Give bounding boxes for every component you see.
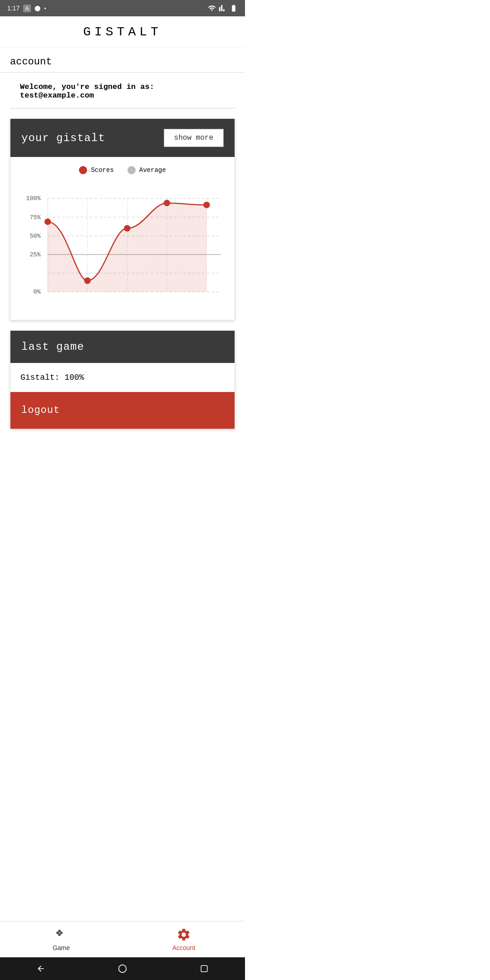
wifi-icon bbox=[208, 4, 216, 12]
last-game-header: last game bbox=[10, 331, 235, 363]
scores-dot bbox=[79, 166, 87, 174]
line-chart: 100% 75% 50% 25% 0% bbox=[15, 180, 230, 311]
show-more-button[interactable]: show more bbox=[164, 129, 224, 147]
data-point-4 bbox=[203, 201, 210, 208]
svg-text:100%: 100% bbox=[26, 195, 41, 202]
content: Welcome, you're signed in as: test@examp… bbox=[0, 73, 245, 429]
gistalt-card: your gistalt show more Scores Average bbox=[10, 118, 235, 320]
legend-scores: Scores bbox=[79, 166, 113, 174]
data-point-2 bbox=[124, 225, 130, 231]
svg-text:50%: 50% bbox=[30, 233, 41, 240]
chart-container: Scores Average bbox=[10, 157, 235, 320]
status-time: 1:17 bbox=[7, 5, 20, 12]
page-title: account bbox=[0, 48, 245, 73]
data-point-1 bbox=[84, 277, 91, 284]
user-email: test@example.com bbox=[20, 91, 94, 100]
svg-text:0%: 0% bbox=[34, 289, 41, 295]
svg-text:75%: 75% bbox=[30, 214, 41, 221]
last-game-score: Gistalt: 100% bbox=[10, 363, 235, 392]
last-game-card: last game Gistalt: 100% logout bbox=[10, 330, 235, 429]
logout-button[interactable]: logout bbox=[10, 392, 235, 429]
average-dot bbox=[127, 166, 136, 174]
welcome-prefix: Welcome, you're signed in as: bbox=[20, 83, 154, 91]
battery-icon bbox=[230, 4, 238, 12]
gistalt-card-header: your gistalt show more bbox=[10, 119, 235, 157]
svg-text:25%: 25% bbox=[30, 251, 41, 258]
status-icon-sd: ▪ bbox=[44, 5, 46, 11]
app-title: GISTALT bbox=[83, 25, 162, 39]
status-right bbox=[208, 4, 238, 12]
status-bar: 1:17 A ⬤ ▪ bbox=[0, 0, 245, 16]
data-point-0 bbox=[44, 219, 51, 225]
average-label: Average bbox=[139, 167, 166, 174]
signal-icon bbox=[219, 4, 227, 12]
last-game-title: last game bbox=[21, 341, 84, 353]
status-icon-a: A bbox=[23, 5, 31, 12]
legend-average: Average bbox=[127, 166, 166, 174]
status-icon-lastpass: ⬤ bbox=[34, 5, 40, 11]
app-bar: GISTALT bbox=[0, 16, 245, 48]
gistalt-card-title: your gistalt bbox=[21, 132, 105, 144]
chart-legend: Scores Average bbox=[15, 166, 230, 174]
data-point-3 bbox=[164, 200, 170, 206]
scores-label: Scores bbox=[91, 167, 113, 174]
status-left: 1:17 A ⬤ ▪ bbox=[7, 5, 46, 12]
welcome-text: Welcome, you're signed in as: test@examp… bbox=[10, 73, 235, 108]
